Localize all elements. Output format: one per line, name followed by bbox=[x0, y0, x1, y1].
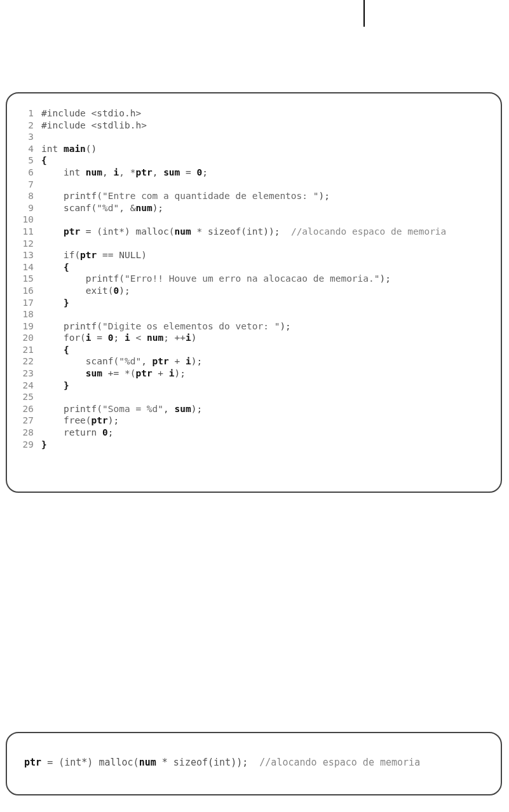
line-number: 22 bbox=[18, 355, 41, 368]
code-content: printf("Erro!! Houve um erro na alocacao… bbox=[41, 273, 489, 285]
code-line: 26 printf("Soma = %d", sum); bbox=[18, 403, 489, 415]
code-content: } bbox=[41, 439, 489, 451]
code-line: 5{ bbox=[18, 155, 489, 167]
code-content: } bbox=[41, 297, 489, 309]
code-line: 13 if(ptr == NULL) bbox=[18, 249, 489, 261]
line-number: 12 bbox=[18, 238, 41, 250]
code-listing-2: ptr = (int*) malloc(num * sizeof(int)); … bbox=[6, 732, 502, 795]
code-content: printf("Soma = %d", sum); bbox=[41, 403, 489, 415]
line-number: 10 bbox=[18, 214, 41, 226]
code-content: printf("Digite os elementos do vetor: ")… bbox=[41, 320, 489, 333]
code-content: int num, i, *ptr, sum = 0; bbox=[41, 167, 489, 179]
line-number: 23 bbox=[18, 368, 41, 380]
code-content: scanf("%d", &num); bbox=[41, 202, 489, 214]
line-number: 21 bbox=[18, 344, 41, 356]
line-number: 5 bbox=[18, 155, 41, 167]
code-line: 18 bbox=[18, 308, 489, 320]
code-line: 2#include <stdlib.h> bbox=[18, 120, 489, 132]
line-number: 17 bbox=[18, 297, 41, 309]
line-number: 24 bbox=[18, 380, 41, 392]
line-number: 28 bbox=[18, 427, 41, 439]
code-content: #include <stdio.h> bbox=[41, 107, 489, 120]
line-number: 18 bbox=[18, 308, 41, 320]
code-content: { bbox=[41, 344, 489, 356]
code-content: ptr = (int*) malloc(num * sizeof(int)); … bbox=[41, 226, 489, 238]
code-line: 21 { bbox=[18, 344, 489, 356]
code-line: 10 bbox=[18, 214, 489, 226]
code-line: 6 int num, i, *ptr, sum = 0; bbox=[18, 167, 489, 179]
code-content: int main() bbox=[41, 143, 489, 155]
code-line: 9 scanf("%d", &num); bbox=[18, 202, 489, 214]
code-line: 29} bbox=[18, 439, 489, 451]
code-content: for(i = 0; i < num; ++i) bbox=[41, 332, 489, 344]
code-line: ptr = (int*) malloc(num * sizeof(int)); … bbox=[18, 756, 489, 769]
code-content: if(ptr == NULL) bbox=[41, 249, 489, 261]
line-number: 1 bbox=[18, 107, 41, 120]
line-number: 26 bbox=[18, 403, 41, 415]
code-body: 1#include <stdio.h>2#include <stdlib.h>3… bbox=[18, 107, 489, 450]
code-content: printf("Entre com a quantidade de elemen… bbox=[41, 190, 489, 202]
code-line: 4int main() bbox=[18, 143, 489, 155]
code-line: 12 bbox=[18, 238, 489, 250]
code-line: 24 } bbox=[18, 380, 489, 392]
line-number: 15 bbox=[18, 273, 41, 285]
code-content: { bbox=[41, 155, 489, 167]
line-number: 4 bbox=[18, 143, 41, 155]
code-content: } bbox=[41, 380, 489, 392]
code-content: ptr = (int*) malloc(num * sizeof(int)); … bbox=[18, 756, 489, 769]
page-decoration bbox=[363, 0, 365, 27]
line-number: 16 bbox=[18, 285, 41, 297]
code-line: 22 scanf("%d", ptr + i); bbox=[18, 355, 489, 368]
code-line: 15 printf("Erro!! Houve um erro na aloca… bbox=[18, 273, 489, 285]
code-line: 27 free(ptr); bbox=[18, 415, 489, 427]
line-number: 9 bbox=[18, 202, 41, 214]
line-number: 7 bbox=[18, 179, 41, 191]
line-number: 19 bbox=[18, 320, 41, 333]
code-content: exit(0); bbox=[41, 285, 489, 297]
code-listing-1: 1#include <stdio.h>2#include <stdlib.h>3… bbox=[6, 92, 502, 493]
code-line: 14 { bbox=[18, 261, 489, 273]
code-line: 16 exit(0); bbox=[18, 285, 489, 297]
code-line: 8 printf("Entre com a quantidade de elem… bbox=[18, 190, 489, 202]
line-number: 13 bbox=[18, 249, 41, 261]
line-number: 11 bbox=[18, 226, 41, 238]
line-number: 29 bbox=[18, 439, 41, 451]
code-content: #include <stdlib.h> bbox=[41, 120, 489, 132]
code-line: 7 bbox=[18, 179, 489, 191]
code-content: scanf("%d", ptr + i); bbox=[41, 355, 489, 368]
code-line: 28 return 0; bbox=[18, 427, 489, 439]
line-number: 8 bbox=[18, 190, 41, 202]
code-line: 23 sum += *(ptr + i); bbox=[18, 368, 489, 380]
code-line: 3 bbox=[18, 131, 489, 143]
code-content: sum += *(ptr + i); bbox=[41, 368, 489, 380]
line-number: 27 bbox=[18, 415, 41, 427]
line-number: 2 bbox=[18, 120, 41, 132]
line-number: 25 bbox=[18, 391, 41, 403]
code-line: 25 bbox=[18, 391, 489, 403]
code-line: 19 printf("Digite os elementos do vetor:… bbox=[18, 320, 489, 333]
line-number: 6 bbox=[18, 167, 41, 179]
line-number: 20 bbox=[18, 332, 41, 344]
line-number: 3 bbox=[18, 131, 41, 143]
code-content: { bbox=[41, 261, 489, 273]
code-content: return 0; bbox=[41, 427, 489, 439]
code-line: 1#include <stdio.h> bbox=[18, 107, 489, 120]
line-number: 14 bbox=[18, 261, 41, 273]
code-line: 17 } bbox=[18, 297, 489, 309]
code-line: 20 for(i = 0; i < num; ++i) bbox=[18, 332, 489, 344]
code-line: 11 ptr = (int*) malloc(num * sizeof(int)… bbox=[18, 226, 489, 238]
code-content: free(ptr); bbox=[41, 415, 489, 427]
